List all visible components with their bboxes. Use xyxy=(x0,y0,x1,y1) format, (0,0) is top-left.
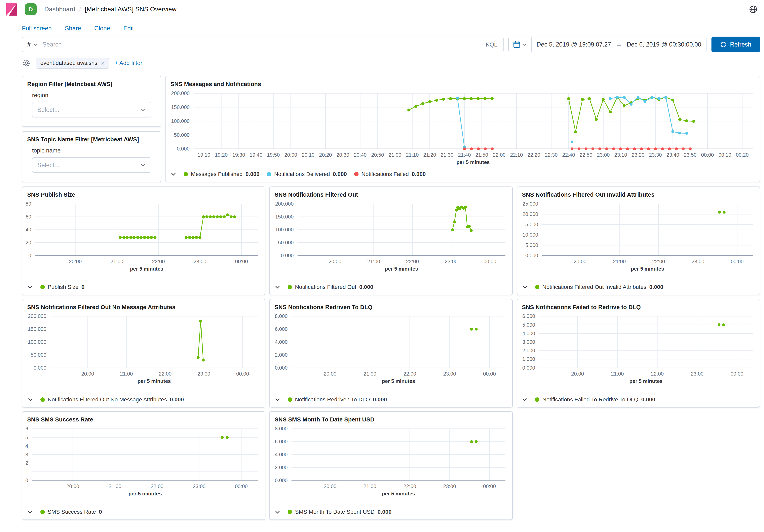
series-color-dot xyxy=(535,397,539,402)
svg-text:20:00: 20:00 xyxy=(329,259,341,264)
svg-text:20:00: 20:00 xyxy=(324,371,336,377)
panel-title[interactable]: Region Filter [Metricbeat AWS] xyxy=(22,76,161,89)
svg-text:21:00: 21:00 xyxy=(367,259,380,264)
svg-text:2.000: 2.000 xyxy=(275,465,288,470)
svg-text:4: 4 xyxy=(26,443,28,449)
kibana-logo[interactable] xyxy=(6,3,19,16)
panel-topic-name-filter: SNS Topic Name Filter [Metricbeat AWS] t… xyxy=(22,131,161,182)
svg-text:00:20: 00:20 xyxy=(736,152,749,158)
series-value: 0.000 xyxy=(359,284,373,290)
legend-collapse-chevron-icon[interactable] xyxy=(275,509,280,515)
timeseries-chart[interactable]: 20:0021:0022:0023:0000:00020406080per 5 … xyxy=(22,200,265,273)
series-value: 0.000 xyxy=(641,396,655,403)
legend-item: SMS Success Rate0 xyxy=(40,509,102,515)
svg-text:50.000: 50.000 xyxy=(31,352,47,358)
legend-collapse-chevron-icon[interactable] xyxy=(275,284,280,290)
breadcrumb-dashboard[interactable]: Dashboard xyxy=(44,6,76,13)
svg-text:23:40: 23:40 xyxy=(667,152,679,158)
svg-text:00:00: 00:00 xyxy=(236,371,249,377)
svg-text:per 5 minutes: per 5 minutes xyxy=(128,491,162,496)
svg-text:22:10: 22:10 xyxy=(510,152,523,158)
legend-collapse-chevron-icon[interactable] xyxy=(522,397,528,402)
filter-pill[interactable]: event.dataset: aws.sns × xyxy=(36,58,109,69)
timeseries-chart[interactable]: 20:0021:0022:0023:0000:000123456per 5 mi… xyxy=(22,425,265,498)
svg-text:22:40: 22:40 xyxy=(562,152,575,158)
series-color-dot xyxy=(535,285,539,289)
panel-title[interactable]: SNS Notifications Filtered Out Invalid A… xyxy=(517,187,760,200)
panel-title[interactable]: SNS Notifications Failed to Redrive to D… xyxy=(517,299,760,313)
full-screen-link[interactable]: Full screen xyxy=(22,25,52,32)
region-select[interactable]: Select... xyxy=(32,102,151,117)
timeseries-chart[interactable]: 20:0021:0022:0023:0000:000.0002.0004.000… xyxy=(270,425,512,498)
panel-title[interactable]: SNS Publish Size xyxy=(22,187,265,200)
svg-text:21:30: 21:30 xyxy=(441,152,454,158)
chart-legend: Notifications Filtered Out No Message At… xyxy=(22,394,265,407)
panel-title[interactable]: SNS Notifications Filtered Out xyxy=(270,187,512,200)
series-color-dot xyxy=(184,172,188,176)
chevron-down-icon xyxy=(140,162,146,168)
svg-text:0: 0 xyxy=(29,252,31,258)
legend-item: Notifications Filtered Out No Message At… xyxy=(40,396,184,403)
timeseries-chart[interactable]: 20:0021:0022:0023:0000:000.00050.000100.… xyxy=(270,200,512,273)
svg-text:0: 0 xyxy=(26,477,28,483)
series-value: 0.000 xyxy=(378,509,392,515)
saved-query-menu-button[interactable]: # xyxy=(22,37,42,52)
remove-filter-icon[interactable]: × xyxy=(101,60,104,66)
timeseries-chart[interactable]: 20:0021:0022:0023:0000:000.0002.0004.000… xyxy=(270,312,512,385)
legend-collapse-chevron-icon[interactable] xyxy=(522,284,528,290)
calendar-button[interactable] xyxy=(509,37,532,52)
legend-collapse-chevron-icon[interactable] xyxy=(27,284,33,290)
date-start[interactable]: Dec 5, 2019 @ 19:09:07.27 xyxy=(532,41,616,48)
timeseries-chart[interactable]: 20:0021:0022:0023:0000:000.0001.0002.000… xyxy=(517,312,760,385)
svg-text:10.000: 10.000 xyxy=(522,232,538,237)
svg-text:19:50: 19:50 xyxy=(267,152,280,158)
help-icon[interactable] xyxy=(749,5,758,14)
main-chart-slot: SNS Messages and Notifications 19:1019:2… xyxy=(165,76,760,182)
svg-text:per 5 minutes: per 5 minutes xyxy=(457,159,489,165)
timeseries-chart[interactable]: 20:0021:0022:0023:0000:000.0005.00010.00… xyxy=(517,200,760,273)
timeseries-chart[interactable]: 20:0021:0022:0023:0000:000.00050.000100.… xyxy=(22,312,265,385)
chart-area: 20:0021:0022:0023:0000:000.0002.0004.000… xyxy=(270,312,512,387)
chart-area: 19:1019:2019:3019:4019:5020:0020:1020:20… xyxy=(165,89,760,168)
refresh-label: Refresh xyxy=(730,41,751,48)
chart-legend: Notifications Failed To Redrive To DLQ0.… xyxy=(517,394,760,407)
search-input[interactable] xyxy=(42,37,480,52)
refresh-button[interactable]: Refresh xyxy=(711,37,760,52)
timeseries-chart[interactable]: 19:1019:2019:3019:4019:5020:0020:1020:20… xyxy=(165,89,759,166)
legend-collapse-chevron-icon[interactable] xyxy=(275,397,280,402)
edit-link[interactable]: Edit xyxy=(123,25,134,32)
space-badge[interactable]: D xyxy=(25,3,37,15)
svg-text:200.000: 200.000 xyxy=(28,314,46,319)
share-link[interactable]: Share xyxy=(65,25,81,32)
panel-title[interactable]: SNS SMS Month To Date Spent USD xyxy=(270,412,512,425)
date-end[interactable]: Dec 6, 2019 @ 00:30:00.00 xyxy=(622,41,706,48)
legend-collapse-chevron-icon[interactable] xyxy=(27,397,33,402)
svg-text:21:50: 21:50 xyxy=(475,152,488,158)
panel-title[interactable]: SNS Notifications Redriven To DLQ xyxy=(270,299,512,313)
svg-text:00:00: 00:00 xyxy=(701,152,714,158)
legend-collapse-chevron-icon[interactable] xyxy=(27,509,33,515)
hash-icon: # xyxy=(27,41,31,48)
svg-text:20:00: 20:00 xyxy=(67,483,79,489)
kibana-app: D Dashboard / [Metricbeat AWS] SNS Overv… xyxy=(0,0,764,532)
filter-options-gear-icon[interactable] xyxy=(23,59,30,67)
clone-link[interactable]: Clone xyxy=(94,25,110,32)
panel-title[interactable]: SNS Messages and Notifications xyxy=(165,76,760,89)
svg-text:50.000: 50.000 xyxy=(278,240,294,245)
kql-button[interactable]: KQL xyxy=(480,37,503,52)
panel-title[interactable]: SNS SMS Success Rate xyxy=(22,412,265,425)
svg-text:6.000: 6.000 xyxy=(275,326,288,332)
series-color-dot xyxy=(40,397,45,402)
svg-text:0.000: 0.000 xyxy=(177,146,190,152)
svg-text:22:00: 22:00 xyxy=(151,483,163,489)
add-filter-link[interactable]: + Add filter xyxy=(114,60,142,66)
svg-text:80: 80 xyxy=(26,201,31,206)
topic-name-select[interactable]: Select... xyxy=(32,157,151,173)
panel-title[interactable]: SNS Topic Name Filter [Metricbeat AWS] xyxy=(22,132,161,145)
panel-title[interactable]: SNS Notifications Filtered Out No Messag… xyxy=(22,299,265,313)
legend-collapse-chevron-icon[interactable] xyxy=(170,171,176,177)
series-label: Messages Published xyxy=(191,171,243,177)
svg-text:20.000: 20.000 xyxy=(522,211,538,217)
svg-text:23:50: 23:50 xyxy=(684,152,696,158)
filter-pill-label: event.dataset: aws.sns xyxy=(40,60,97,66)
